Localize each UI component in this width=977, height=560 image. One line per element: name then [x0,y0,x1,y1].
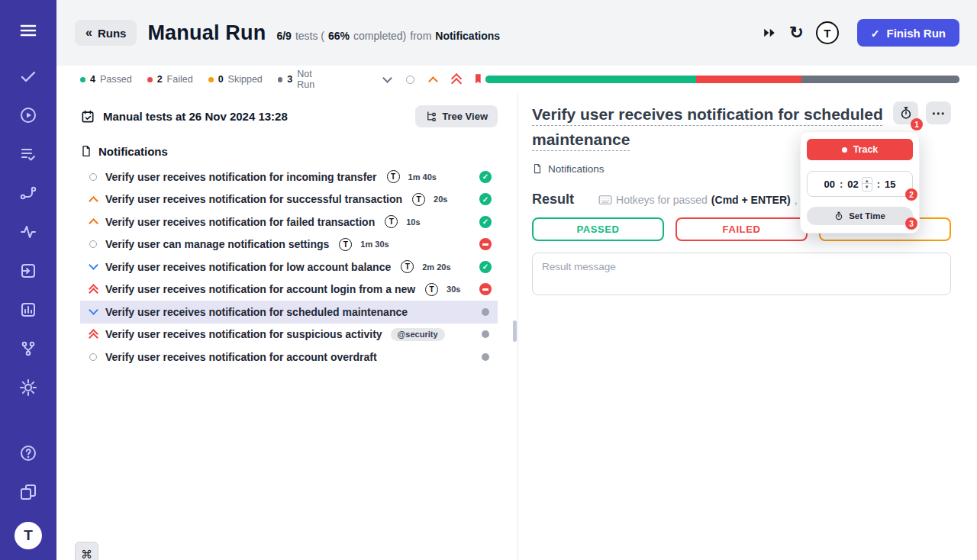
time-picker[interactable]: 00 02 15 [807,171,913,197]
finish-run-button[interactable]: Finish Run [857,19,959,47]
test-row[interactable]: Verify user receives notification for ac… [80,278,498,301]
stepper-up-icon[interactable] [863,178,872,185]
from-label: from [410,30,431,42]
test-row[interactable]: Verify user receives notification for su… [80,323,498,346]
testomat-icon: T [412,193,425,206]
tree-view-button[interactable]: Tree View [415,105,498,127]
test-tag[interactable]: @security [391,328,445,341]
sidebar-item-settings[interactable] [13,374,44,401]
test-list: Verify user receives notification for in… [80,166,498,369]
passed-label: Passed [100,74,132,85]
sidebar-item-documents[interactable] [13,478,44,506]
import-box-icon [19,262,37,280]
rerun-timer-button[interactable] [789,23,803,43]
sidebar-item-analytics[interactable] [13,218,44,246]
run-progress-summary: 6/9 tests ( 66% completed) from Notifica… [276,30,500,42]
test-row[interactable]: Verify user receives notification for in… [80,166,498,188]
sidebar-item-runs[interactable] [13,101,44,129]
bar-chart-icon [19,301,37,319]
sidebar-item-help[interactable] [13,439,44,467]
tree-view-icon [425,111,437,122]
test-row[interactable]: Verify user receives notification for fa… [80,211,498,233]
ellipsis-icon: ⋯ [932,105,946,121]
passed-button[interactable]: PASSED [532,217,664,241]
suite-header[interactable]: Notifications [80,144,498,158]
file-icon [80,144,92,158]
stepper-down-icon[interactable] [863,184,872,191]
back-to-runs-button[interactable]: Runs [75,20,137,46]
notrun-dot-icon [278,77,283,82]
sidebar: T [0,0,56,560]
filter-priority-normal[interactable] [403,72,417,86]
sidebar-item-pipelines[interactable] [13,179,44,207]
page-title: Manual Run [147,21,266,45]
sidebar-item-tests[interactable] [13,63,44,90]
suite-name: Notifications [435,30,500,42]
status-notrun-icon [482,353,489,361]
hotkeys-prefix: Hotkeys for passed [616,194,708,206]
hours-field[interactable]: 00 [824,179,834,190]
testomat-header-logo: T [816,21,839,44]
failed-button[interactable]: FAILED [676,217,808,241]
file-icon [532,163,543,175]
result-heading: Result [532,191,574,208]
set-time-button[interactable]: Set Time [807,207,913,225]
testomat-logo[interactable]: T [15,522,42,549]
chevron-left-icon [85,26,92,40]
command-icon: ⌘ [81,548,92,560]
colon-separator [875,179,882,190]
fast-forward-button[interactable] [762,26,777,40]
tree-view-label: Tree View [442,111,488,122]
colon-separator [837,179,845,190]
stopwatch-icon [834,211,843,220]
more-options-button[interactable]: ⋯ [926,101,951,124]
sidebar-item-branches[interactable] [13,335,44,362]
testomat-icon: T [387,170,400,183]
stopwatch-icon [899,106,913,120]
record-dot-icon [842,147,847,153]
minutes-field[interactable]: 02 [847,179,858,190]
seconds-field[interactable]: 15 [885,179,895,190]
menu-button[interactable] [13,17,44,44]
status-passed-icon [479,171,492,183]
priority-normal-icon [89,240,97,248]
completed-label: completed) [353,30,406,42]
track-button[interactable]: Track [807,139,913,160]
passed-number: 4 [90,74,95,85]
test-row-selected[interactable]: Verify user receives notification for sc… [80,301,498,323]
priority-low-icon [89,262,98,272]
failed-count: 2 Failed [147,74,193,85]
timer-button[interactable]: 1 [893,101,918,124]
skipped-number: 0 [218,74,224,85]
status-failed-icon [479,238,492,250]
command-palette-button[interactable]: ⌘ [75,542,98,560]
sidebar-item-reports[interactable] [13,296,44,323]
test-row[interactable]: Verify user receives notification for ac… [80,346,498,369]
test-title: Verify user receives notification for su… [105,328,382,340]
retry-icon [789,23,803,43]
minutes-stepper[interactable] [862,177,872,191]
skipped-dot-icon [208,77,214,82]
tour-badge-2: 2 [905,188,917,201]
hotkeys-passed: (Cmd + ENTER) [711,194,791,206]
test-row[interactable]: Verify user receives notification for lo… [80,256,498,278]
tests-fraction: 6/9 [276,30,291,42]
finish-run-label: Finish Run [887,27,946,40]
filter-priority-critical[interactable] [449,72,463,86]
priority-normal-icon [89,353,97,361]
progress-notrun [801,76,959,83]
result-message-input[interactable] [532,253,951,295]
status-row: 4 Passed 2 Failed 0 Skipped 3 Not Run [56,66,977,93]
test-title: Verify user receives notification for sc… [105,306,408,318]
filter-priority-blocker[interactable] [472,72,485,86]
test-title: Verify user can manage notification sett… [105,238,329,250]
test-duration: 20s [434,195,447,204]
testomat-icon: T [339,238,352,251]
sidebar-item-run-lists[interactable] [13,140,44,168]
scrollbar-thumb[interactable] [513,320,517,342]
test-row[interactable]: Verify user can manage notification sett… [80,233,498,256]
filter-priority-high[interactable] [426,72,440,86]
collapse-button[interactable] [380,72,394,86]
test-row[interactable]: Verify user receives notification for su… [80,188,498,211]
sidebar-item-import[interactable] [13,257,44,285]
